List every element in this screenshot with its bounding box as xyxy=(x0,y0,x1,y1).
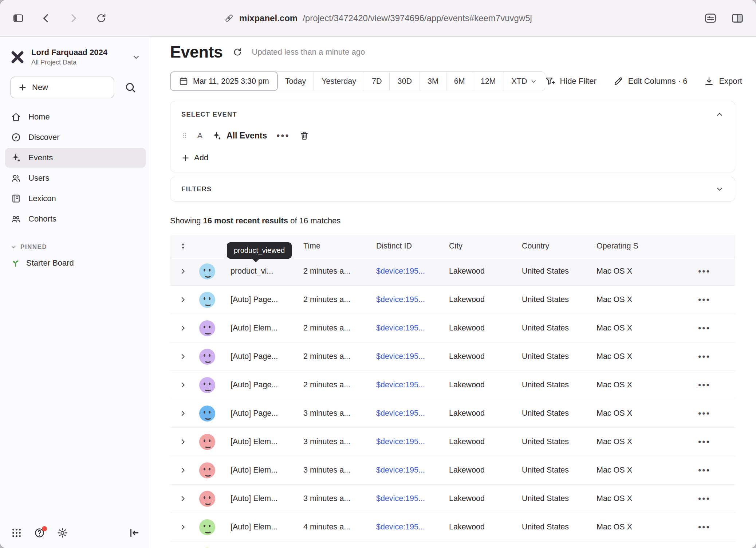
table-row[interactable]: [Auto] Page... 2 minutes a... $device:19… xyxy=(170,286,735,314)
event-selector-chip[interactable]: All Events xyxy=(212,131,267,141)
distinct-id-link[interactable]: $device:195... xyxy=(370,267,443,276)
distinct-id-link[interactable]: $device:195... xyxy=(370,295,443,304)
url-host: mixpanel.com xyxy=(239,13,298,23)
event-time: 3 minutes a... xyxy=(298,466,370,475)
sidebar-item-label: Cohorts xyxy=(28,214,56,224)
row-menu-button[interactable]: ••• xyxy=(673,494,735,503)
workspace-switcher[interactable]: Lord Farquaad 2024 All Project Data xyxy=(0,37,151,69)
event-time: 2 minutes a... xyxy=(298,352,370,361)
pinned-section-toggle[interactable]: PINNED xyxy=(10,243,141,251)
search-icon xyxy=(124,81,137,94)
back-icon[interactable] xyxy=(40,12,52,24)
table-row[interactable]: [Auto] Page... 3 minutes a... $device:19… xyxy=(170,399,735,428)
row-menu-button[interactable]: ••• xyxy=(673,324,735,333)
table-row[interactable]: [Auto] Elem... 4 minutes a... $device:19… xyxy=(170,513,735,541)
plus-icon xyxy=(18,83,27,92)
range-7d[interactable]: 7D xyxy=(364,72,389,91)
distinct-id-link[interactable]: $device:195... xyxy=(370,380,443,390)
new-button-label: New xyxy=(32,83,48,92)
expand-row-icon[interactable] xyxy=(179,466,187,474)
sidebar-item-users[interactable]: Users xyxy=(5,168,146,188)
range-3m[interactable]: 3M xyxy=(420,72,446,91)
sidebar-item-label: Events xyxy=(28,153,53,163)
expand-row-icon[interactable] xyxy=(179,352,187,361)
reload-icon[interactable] xyxy=(95,12,107,24)
range-today[interactable]: Today xyxy=(277,72,314,91)
search-button[interactable] xyxy=(120,77,141,98)
event-time: 4 minutes a... xyxy=(298,522,370,532)
row-menu-button[interactable]: ••• xyxy=(673,352,735,361)
split-view-icon[interactable] xyxy=(731,12,744,24)
table-row[interactable]: [Auto] Elem... 3 minutes a... $device:19… xyxy=(170,456,735,485)
table-row[interactable]: [Auto] Elem... 3 minutes a... $device:19… xyxy=(170,428,735,456)
collapse-sidebar-icon[interactable] xyxy=(129,527,140,539)
range-12m[interactable]: 12M xyxy=(473,72,504,91)
sidebar-item-label: Lexicon xyxy=(28,194,56,203)
city-value: Lakewood xyxy=(443,324,516,333)
expand-card-icon[interactable] xyxy=(715,185,724,193)
range-6m[interactable]: 6M xyxy=(446,72,473,91)
column-header-city: City xyxy=(443,242,516,251)
collapse-card-icon[interactable] xyxy=(715,110,724,119)
add-event-button[interactable]: Add xyxy=(181,153,208,163)
distinct-id-link[interactable]: $device:195... xyxy=(370,409,443,418)
row-menu-button[interactable]: ••• xyxy=(673,523,735,532)
event-options-button[interactable]: ••• xyxy=(276,131,290,140)
edit-columns-button[interactable]: Edit Columns · 6 xyxy=(613,76,688,86)
expand-row-icon[interactable] xyxy=(179,409,187,418)
os-value: Mac OS X xyxy=(591,466,673,475)
table-row[interactable]: ••• xyxy=(170,541,735,548)
range-30d[interactable]: 30D xyxy=(389,72,419,91)
range-yesterday[interactable]: Yesterday xyxy=(314,72,364,91)
distinct-id-link[interactable]: $device:195... xyxy=(370,494,443,503)
event-tooltip: product_viewed xyxy=(227,242,292,259)
distinct-id-link[interactable]: $device:195... xyxy=(370,437,443,446)
row-menu-button[interactable]: ••• xyxy=(673,267,735,276)
row-menu-button[interactable]: ••• xyxy=(673,438,735,446)
row-menu-button[interactable]: ••• xyxy=(673,409,735,418)
expand-row-icon[interactable] xyxy=(179,324,187,332)
event-name: [Auto] Page... xyxy=(225,295,298,304)
hide-filter-button[interactable]: Hide Filter xyxy=(545,76,596,86)
help-button[interactable] xyxy=(34,527,45,539)
distinct-id-link[interactable]: $device:195... xyxy=(370,324,443,333)
apps-grid-icon[interactable] xyxy=(11,527,22,539)
row-menu-button[interactable]: ••• xyxy=(673,295,735,304)
page-settings-icon[interactable] xyxy=(704,12,717,24)
date-picker-button[interactable]: Mar 11, 2025 3:30 pm xyxy=(170,71,278,91)
refresh-button[interactable] xyxy=(232,47,243,57)
drag-handle-icon[interactable] xyxy=(181,131,188,140)
table-row[interactable]: [Auto] Page... 2 minutes a... $device:19… xyxy=(170,342,735,371)
sidebar-item-cohorts[interactable]: Cohorts xyxy=(5,209,146,229)
gear-icon[interactable] xyxy=(57,527,68,539)
row-menu-button[interactable]: ••• xyxy=(673,381,735,390)
sidebar-item-lexicon[interactable]: Lexicon xyxy=(5,189,146,208)
os-value: Mac OS X xyxy=(591,267,673,276)
expand-row-icon[interactable] xyxy=(179,438,187,446)
table-row[interactable]: [Auto] Elem... 3 minutes a... $device:19… xyxy=(170,485,735,513)
row-menu-button[interactable]: ••• xyxy=(673,466,735,475)
sidebar-item-events[interactable]: Events xyxy=(5,148,146,168)
delete-event-button[interactable] xyxy=(299,131,309,141)
new-button[interactable]: New xyxy=(10,77,114,98)
table-row[interactable]: [Auto] Page... 2 minutes a... $device:19… xyxy=(170,371,735,399)
address-bar[interactable]: mixpanel.com/project/3472420/view/397469… xyxy=(224,13,532,23)
expand-row-icon[interactable] xyxy=(179,267,187,275)
expand-row-icon[interactable] xyxy=(179,494,187,503)
distinct-id-link[interactable]: $device:195... xyxy=(370,352,443,361)
distinct-id-link[interactable]: $device:195... xyxy=(370,466,443,475)
sidebar-toggle-icon[interactable] xyxy=(12,12,24,24)
collapse-rows-icon[interactable] xyxy=(179,242,187,250)
table-row[interactable]: [Auto] Elem... 2 minutes a... $device:19… xyxy=(170,314,735,342)
sidebar-item-starter-board[interactable]: Starter Board xyxy=(5,254,146,273)
os-value: Mac OS X xyxy=(591,352,673,361)
distinct-id-link[interactable]: $device:195... xyxy=(370,522,443,532)
expand-row-icon[interactable] xyxy=(179,381,187,389)
expand-row-icon[interactable] xyxy=(179,523,187,531)
export-button[interactable]: Export xyxy=(704,76,742,86)
expand-row-icon[interactable] xyxy=(179,295,187,304)
range-xtd[interactable]: XTD xyxy=(504,72,545,91)
event-chip-label: All Events xyxy=(227,131,267,141)
sidebar-item-discover[interactable]: Discover xyxy=(5,128,146,147)
sidebar-item-home[interactable]: Home xyxy=(5,107,146,127)
